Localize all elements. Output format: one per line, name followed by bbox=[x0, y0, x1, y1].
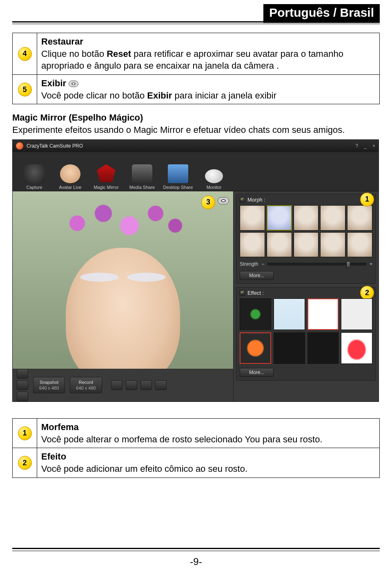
eye-icon[interactable] bbox=[218, 197, 229, 204]
row-title: Morfema bbox=[41, 422, 79, 432]
row-title: Exibir bbox=[41, 78, 66, 88]
morph-thumb[interactable] bbox=[320, 232, 345, 258]
toolbar-avatar-live[interactable]: Avatar Live bbox=[53, 155, 88, 190]
close-button[interactable]: × bbox=[372, 143, 375, 149]
page-language-band: Português / Brasil bbox=[263, 4, 380, 23]
toolbar-magic-mirror[interactable]: Magic Mirror bbox=[89, 155, 124, 190]
effect-more-button[interactable]: More... bbox=[240, 368, 274, 377]
toolbar-label: Magic Mirror bbox=[94, 185, 118, 190]
effect-thumb[interactable] bbox=[307, 332, 339, 364]
instruction-table-top: 4 Restaurar Clique no botão Reset para r… bbox=[12, 33, 380, 104]
morph-panel: Morph : 1 bbox=[236, 194, 376, 284]
morph-checkbox[interactable] bbox=[240, 197, 245, 202]
row-title: Efeito bbox=[41, 451, 66, 462]
table-row: 5 Exibir Você pode clicar no botão Exibi… bbox=[13, 75, 380, 104]
effect-label: Effect : bbox=[247, 290, 264, 296]
row-body: Você pode clicar no botão Exibir para in… bbox=[41, 90, 276, 101]
record-res: 640 x 480 bbox=[76, 386, 96, 390]
desc-cell: Restaurar Clique no botão Reset para ret… bbox=[37, 33, 380, 75]
minibtn-icon[interactable] bbox=[17, 369, 28, 379]
record-button[interactable]: Record 640 x 480 bbox=[70, 377, 102, 393]
morph-thumbs bbox=[240, 205, 372, 258]
help-button[interactable]: ? bbox=[356, 143, 359, 149]
desc-cell: Morfema Você pode alterar o morfema de r… bbox=[37, 418, 380, 448]
eye-icon bbox=[69, 81, 78, 87]
mon-icon bbox=[205, 169, 223, 183]
effect-thumbs bbox=[240, 298, 372, 364]
morph-thumb-selected[interactable] bbox=[267, 205, 292, 231]
effect-thumb[interactable] bbox=[341, 298, 372, 330]
toolbar-label: Monitor bbox=[207, 185, 222, 190]
desc-cell: Exibir Você pode clicar no botão Exibir … bbox=[37, 75, 380, 104]
instruction-table-bottom: 1 Morfema Você pode alterar o morfema de… bbox=[12, 418, 380, 478]
morph-thumb[interactable] bbox=[294, 205, 319, 231]
morph-more-button[interactable]: More... bbox=[240, 271, 274, 280]
footer-rules bbox=[12, 548, 380, 551]
strength-label: Strength bbox=[240, 261, 258, 267]
mask-icon bbox=[96, 164, 116, 183]
callout-badge-3: 3 bbox=[201, 195, 215, 209]
minibtn-icon[interactable] bbox=[17, 380, 28, 390]
toolbar-media-share[interactable]: Media Share bbox=[125, 155, 160, 190]
toolbar-capture[interactable]: Capture bbox=[17, 155, 52, 190]
marker-cell: 4 bbox=[13, 33, 37, 75]
rule bbox=[12, 21, 380, 22]
morph-thumb[interactable] bbox=[240, 232, 265, 258]
snapshot-res: 640 x 480 bbox=[39, 386, 59, 390]
number-badge: 1 bbox=[18, 426, 32, 440]
app-window: CrazyTalk CamSuite PRO ? _ × CaptureAvat… bbox=[12, 139, 379, 402]
preview-bottom-bar: Snapshot 640 x 480 Record 640 x 480 bbox=[13, 369, 233, 401]
next-icon[interactable] bbox=[155, 380, 167, 390]
morph-thumb[interactable] bbox=[240, 205, 265, 231]
strength-slider[interactable] bbox=[267, 263, 366, 265]
effect-thumb-selected[interactable] bbox=[240, 332, 271, 364]
slider-knob-icon[interactable] bbox=[346, 261, 350, 268]
marker-cell: 2 bbox=[13, 448, 37, 478]
side-panel: Morph : 1 bbox=[233, 191, 379, 401]
music-icon[interactable] bbox=[140, 380, 152, 390]
marker-cell: 1 bbox=[13, 418, 37, 448]
morph-thumb[interactable] bbox=[347, 232, 372, 258]
number-badge: 5 bbox=[18, 83, 32, 96]
minimize-button[interactable]: _ bbox=[364, 143, 367, 149]
toolbar-monitor[interactable]: Monitor bbox=[196, 155, 232, 190]
app-title: CrazyTalk CamSuite PRO bbox=[27, 143, 83, 149]
toolbar: CaptureAvatar LiveMagic MirrorMedia Shar… bbox=[13, 152, 379, 191]
effect-thumb-selected[interactable] bbox=[307, 298, 339, 330]
toolbar-label: Desktop Share bbox=[163, 185, 193, 190]
volume-icon[interactable] bbox=[111, 380, 122, 390]
app-logo-icon bbox=[16, 142, 23, 150]
slider-plus: + bbox=[370, 261, 372, 267]
table-row: 2 Efeito Você pode adicionar um efeito c… bbox=[13, 448, 380, 478]
minibtn-icon[interactable] bbox=[17, 392, 28, 401]
record-label: Record bbox=[79, 380, 93, 385]
morph-thumb[interactable] bbox=[320, 205, 345, 231]
titlebar: CrazyTalk CamSuite PRO ? _ × bbox=[13, 140, 379, 152]
media-icon bbox=[132, 164, 152, 183]
sunglasses-graphic bbox=[76, 261, 170, 294]
effect-checkbox[interactable] bbox=[240, 290, 245, 296]
row-body: Você pode alterar o morfema de rosto sel… bbox=[41, 434, 323, 444]
callout-badge-2: 2 bbox=[360, 286, 374, 300]
row-body: Você pode adicionar um efeito cômico ao … bbox=[41, 464, 247, 474]
effect-panel: Effect : 2 More... bbox=[236, 287, 376, 381]
mute-icon[interactable] bbox=[126, 380, 137, 390]
effect-thumb[interactable] bbox=[274, 332, 305, 364]
marker-cell: 5 bbox=[13, 75, 37, 104]
snapshot-button[interactable]: Snapshot 640 x 480 bbox=[33, 377, 65, 393]
effect-thumb[interactable] bbox=[274, 298, 305, 330]
toolbar-desktop-share[interactable]: Desktop Share bbox=[160, 155, 196, 190]
row-title: Restaurar bbox=[41, 36, 83, 47]
cam-icon bbox=[24, 164, 45, 183]
morph-thumb[interactable] bbox=[294, 232, 319, 258]
effect-thumb[interactable] bbox=[341, 332, 372, 364]
table-row: 4 Restaurar Clique no botão Reset para r… bbox=[13, 33, 380, 75]
morph-thumb[interactable] bbox=[267, 232, 292, 258]
section-heading: Magic Mirror (Espelho Mágico) bbox=[12, 112, 143, 123]
face-icon bbox=[60, 164, 80, 183]
table-row: 1 Morfema Você pode alterar o morfema de… bbox=[13, 418, 380, 448]
video-preview: 3 Snapshot 640 x 480 Record 640 x 480 bbox=[13, 191, 233, 401]
number-badge: 4 bbox=[18, 47, 32, 61]
morph-thumb[interactable] bbox=[347, 205, 372, 231]
effect-thumb[interactable] bbox=[240, 298, 271, 330]
